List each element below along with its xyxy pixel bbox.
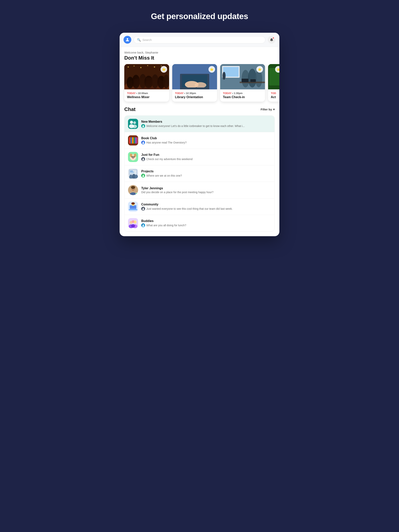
chat-header: Chat Filter by ▾ — [124, 106, 275, 112]
svg-point-50 — [143, 142, 144, 143]
svg-rect-65 — [130, 172, 134, 172]
svg-point-11 — [132, 75, 140, 89]
svg-point-3 — [128, 66, 129, 68]
svg-rect-49 — [137, 137, 138, 144]
svg-point-75 — [131, 186, 135, 189]
svg-rect-66 — [130, 173, 134, 173]
filter-button[interactable]: Filter by ▾ — [261, 108, 275, 111]
chat-preview-just-for-fun: Check out my adventure this weekend — [141, 157, 271, 161]
svg-point-56 — [132, 156, 133, 158]
chat-item-new-members[interactable]: New Members Welcome everyone! Let's do a… — [124, 116, 275, 132]
chat-name-projects: Projects — [141, 170, 271, 173]
app-card: 🔍 Search Welcome back, Stephanie Don't M… — [120, 33, 279, 236]
app-header: 🔍 Search — [120, 33, 279, 47]
chat-preview-tyler-jennings: Did you decide on a place for the post m… — [141, 191, 271, 194]
svg-rect-23 — [182, 88, 207, 89]
chat-avatar-book-club — [128, 135, 138, 146]
event-star-library[interactable]: ⭐ — [208, 66, 215, 73]
svg-point-39 — [133, 121, 136, 124]
sender-icon-buddies — [141, 223, 145, 227]
event-name-partial: Act — [271, 95, 279, 99]
notification-button[interactable] — [268, 36, 276, 44]
online-indicator-tyler — [135, 193, 138, 195]
svg-point-10 — [127, 77, 134, 89]
chat-avatar-new-members — [128, 119, 138, 129]
chat-item-community[interactable]: Community Just wanted everyone to see th… — [124, 198, 275, 215]
svg-point-51 — [142, 143, 144, 144]
svg-point-30 — [255, 70, 262, 87]
event-image-wellness: ⭐ — [124, 64, 169, 89]
svg-rect-32 — [242, 79, 248, 82]
event-card-library[interactable]: ⭐ TODAY • 12:30pm Library Orientation — [172, 64, 217, 102]
svg-point-27 — [223, 72, 225, 80]
chat-list: New Members Welcome everyone! Let's do a… — [124, 115, 275, 232]
chat-item-book-club[interactable]: Book Club Has anyone read The Overstory? — [124, 132, 275, 149]
chat-name-new-members: New Members — [141, 120, 271, 123]
event-info-teamcheckin: TODAY • 1:30pm Team Check-in — [220, 89, 265, 102]
chat-avatar-projects — [128, 168, 138, 178]
welcome-section: Welcome back, Stephanie Don't Miss It — [120, 47, 279, 64]
event-card-wellness[interactable]: ⭐ TODAY • 10:00am Wellness Mixer — [124, 64, 169, 102]
event-info-library: TODAY • 12:30pm Library Orientation — [172, 89, 217, 102]
chat-preview-community: Just wanted everyone to see this cool th… — [141, 207, 271, 211]
svg-point-85 — [143, 208, 144, 209]
svg-rect-82 — [129, 209, 137, 210]
app-logo — [123, 36, 131, 44]
sender-icon-new-members — [141, 124, 145, 128]
event-time-partial: TOD — [271, 92, 279, 95]
svg-rect-44 — [129, 137, 130, 144]
svg-point-7 — [154, 66, 155, 68]
event-name-library: Library Orientation — [175, 95, 214, 99]
event-card-partial[interactable]: ⭐ TOD Act — [268, 64, 279, 102]
svg-point-0 — [127, 38, 128, 40]
svg-point-22 — [195, 82, 206, 88]
chat-name-book-club: Book Club — [141, 137, 271, 140]
event-star-teamcheckin[interactable]: ⭐ — [256, 66, 263, 73]
svg-point-94 — [143, 224, 144, 226]
chat-item-buddies[interactable]: Buddies What are you all doing for lunch… — [124, 215, 275, 231]
svg-point-86 — [142, 209, 144, 210]
dont-miss-title: Don't Miss It — [124, 55, 275, 61]
svg-point-15 — [157, 76, 165, 89]
svg-point-8 — [161, 66, 162, 67]
chat-name-just-for-fun: Just for Fun — [141, 153, 271, 157]
page-title: Get personalized updates — [151, 12, 248, 21]
chat-content-new-members: New Members Welcome everyone! Let's do a… — [141, 120, 271, 128]
svg-rect-45 — [131, 137, 132, 144]
svg-point-59 — [143, 158, 144, 159]
svg-point-93 — [131, 224, 135, 228]
event-name-wellness: Wellness Mixer — [127, 95, 166, 99]
chat-preview-new-members: Welcome everyone! Let's do a little iceb… — [141, 124, 271, 128]
chat-name-tyler-jennings: Tyler Jennings — [141, 187, 271, 190]
event-name-teamcheckin: Team Check-in — [223, 95, 262, 99]
svg-point-95 — [142, 226, 144, 227]
chat-content-buddies: Buddies What are you all doing for lunch… — [141, 219, 271, 227]
svg-point-2 — [124, 78, 169, 89]
svg-rect-64 — [130, 171, 133, 171]
chat-item-tyler-jennings[interactable]: Tyler Jennings Did you decide on a place… — [124, 182, 275, 198]
event-info-wellness: TODAY • 10:00am Wellness Mixer — [124, 89, 169, 102]
svg-point-42 — [142, 126, 144, 127]
svg-point-5 — [140, 67, 142, 68]
svg-rect-47 — [134, 137, 135, 144]
sender-icon-book-club — [141, 141, 145, 145]
sender-icon-just-for-fun — [141, 157, 145, 161]
svg-point-57 — [133, 156, 135, 158]
events-scroll[interactable]: ⭐ TODAY • 10:00am Wellness Mixer — [120, 64, 279, 106]
notification-dot — [272, 37, 274, 39]
event-star-wellness[interactable]: ⭐ — [161, 66, 167, 73]
chat-name-buddies: Buddies — [141, 219, 271, 223]
svg-point-41 — [143, 125, 144, 126]
chat-item-just-for-fun[interactable]: Just for Fun Check out my adventure this… — [124, 149, 275, 165]
chevron-down-icon: ▾ — [273, 108, 275, 111]
search-placeholder: Search — [142, 38, 152, 41]
svg-point-70 — [143, 175, 144, 176]
event-card-teamcheckin[interactable]: ⭐ TODAY • 1:30pm Team Check-in — [220, 64, 265, 102]
chat-avatar-tyler-jennings — [128, 185, 138, 195]
chat-name-community: Community — [141, 203, 271, 206]
svg-point-71 — [142, 176, 144, 177]
search-bar[interactable]: 🔍 Search — [134, 36, 265, 44]
svg-point-13 — [144, 76, 153, 88]
svg-point-14 — [152, 74, 159, 89]
chat-item-projects[interactable]: Projects Where are we at on this one? — [124, 165, 275, 182]
